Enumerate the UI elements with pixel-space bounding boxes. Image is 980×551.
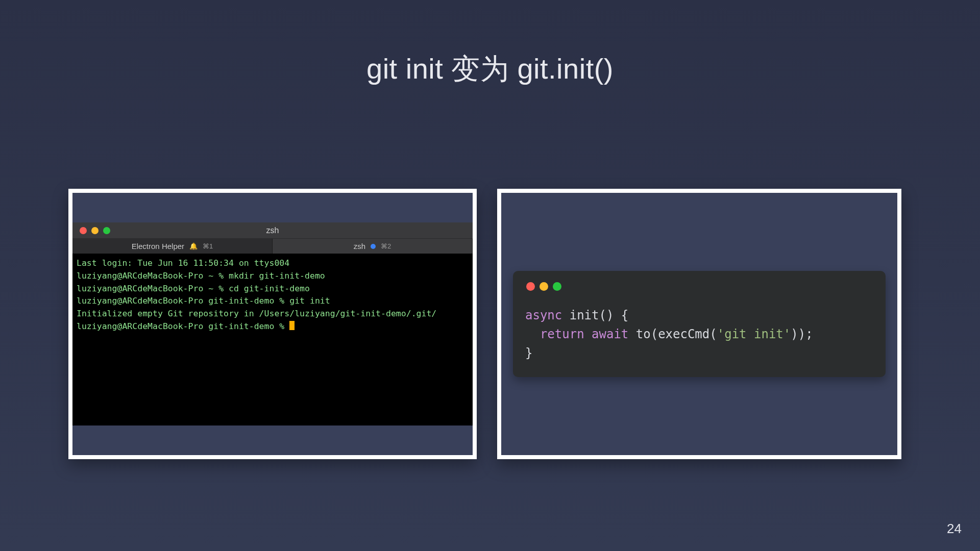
terminal-line: luziyang@ARCdeMacBook-Pro git-init-demo … [77, 296, 330, 306]
tab-shortcut: ⌘1 [203, 242, 213, 250]
terminal-titlebar: zsh [72, 222, 473, 239]
terminal-line: luziyang@ARCdeMacBook-Pro ~ % mkdir git-… [77, 271, 325, 281]
terminal-line: luziyang@ARCdeMacBook-Pro git-init-demo … [77, 321, 289, 331]
terminal-title: zsh [72, 226, 473, 235]
keyword-await: await [592, 327, 628, 341]
terminal-line: luziyang@ARCdeMacBook-Pro ~ % cd git-ini… [77, 284, 310, 293]
close-icon[interactable] [80, 227, 87, 234]
terminal-tab-zsh[interactable]: zsh ⌘2 [273, 239, 473, 254]
minimize-icon[interactable] [91, 227, 99, 234]
call-execCmd: execCmd [658, 327, 709, 341]
tab-label: zsh [354, 242, 365, 251]
terminal-body[interactable]: Last login: Tue Jun 16 11:50:34 on ttys0… [72, 254, 473, 425]
window-traffic-lights [80, 227, 110, 234]
page-number: 24 [947, 521, 962, 537]
terminal-line: Last login: Tue Jun 16 11:50:34 on ttys0… [77, 258, 289, 268]
punct: ( [651, 327, 658, 341]
punct: )); [791, 327, 813, 341]
terminal-cursor [289, 321, 295, 330]
activity-dot-icon [371, 244, 376, 249]
close-icon [526, 282, 535, 291]
code-traffic-lights [526, 282, 873, 291]
minimize-icon [540, 282, 548, 291]
bell-icon: 🔔 [189, 242, 198, 250]
indent [525, 327, 540, 341]
terminal-tab-bar: Electron Helper 🔔 ⌘1 zsh ⌘2 [72, 239, 473, 254]
maximize-icon[interactable] [103, 227, 110, 234]
terminal-tab-electron-helper[interactable]: Electron Helper 🔔 ⌘1 [72, 239, 273, 254]
punct: () { [599, 308, 629, 322]
keyword-async: async [525, 308, 562, 322]
space [628, 327, 635, 341]
brace-close: } [525, 346, 532, 360]
tab-shortcut: ⌘2 [381, 242, 391, 250]
function-name: init [562, 308, 599, 322]
string-literal: 'git init' [717, 327, 791, 341]
keyword-return: return [540, 327, 584, 341]
code-panel: async init() { return await to(execCmd('… [497, 189, 901, 459]
terminal-line: Initialized empty Git repository in /Use… [77, 309, 436, 318]
space [584, 327, 592, 341]
tab-label: Electron Helper [132, 242, 184, 251]
code-card: async init() { return await to(execCmd('… [513, 271, 886, 378]
punct: ( [709, 327, 717, 341]
terminal-window: zsh Electron Helper 🔔 ⌘1 zsh ⌘2 Last log… [72, 222, 473, 425]
code-block: async init() { return await to(execCmd('… [525, 306, 873, 363]
call-to: to [636, 327, 651, 341]
slide-title: git init 变为 git.init() [0, 50, 980, 89]
maximize-icon [553, 282, 561, 291]
terminal-panel: zsh Electron Helper 🔔 ⌘1 zsh ⌘2 Last log… [68, 189, 477, 459]
